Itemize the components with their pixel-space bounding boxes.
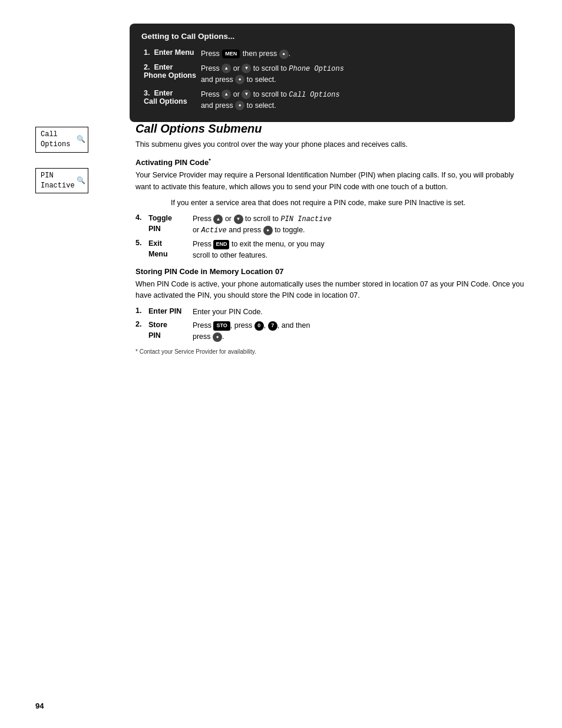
- pin-superscript: *: [209, 157, 211, 163]
- sidebar: Call Options 🔍 PIN Inactive 🔍: [35, 122, 130, 355]
- down-btn-icon: ▼: [242, 64, 251, 73]
- up-btn-icon: ▲: [222, 64, 231, 73]
- toggle-select-icon: ●: [263, 226, 273, 235]
- step-5-body: Press END to exit the menu, or you maysc…: [193, 239, 527, 261]
- page-number: 94: [35, 701, 44, 710]
- getting-to-title: Getting to Call Options...: [141, 32, 503, 41]
- step-4-row: 4. TogglePIN Press ▲ or ▼ to scroll to P…: [135, 213, 527, 236]
- screen-icon: 🔍: [77, 135, 85, 145]
- pin-line1: PIN: [41, 172, 54, 180]
- step-1-num: 1. Enter Menu: [141, 47, 199, 61]
- store-step-2-body: Press STO, press 0, 7, and thenpress ●.: [193, 320, 527, 342]
- table-row: 3. EnterCall Options Press ▲ or ▼ to scr…: [141, 87, 503, 113]
- step-2-label: EnterPhone Options: [144, 63, 196, 80]
- step-1-desc: Press MEN then press ●.: [199, 47, 503, 61]
- table-row: 2. EnterPhone Options Press ▲ or ▼ to sc…: [141, 61, 503, 87]
- storing-pin-body: When PIN Code is active, your phone auto…: [135, 279, 527, 302]
- table-row: 1. Enter Menu Press MEN then press ●.: [141, 47, 503, 61]
- phone-options-mono: Phone Options: [289, 65, 344, 73]
- step-4-body: Press ▲ or ▼ to scroll to PIN Inactiveor…: [193, 213, 527, 236]
- step-3-label: EnterCall Options: [144, 89, 187, 106]
- section-intro: This submenu gives you control over the …: [135, 139, 527, 150]
- active-mono: Active: [201, 226, 227, 235]
- pin-inactive-mono: PIN Inactive: [280, 215, 331, 223]
- screen-box-pin: PIN Inactive 🔍: [35, 168, 88, 194]
- page-content: Getting to Call Options... 1. Enter Menu…: [0, 0, 562, 728]
- main-area: Call Options 🔍 PIN Inactive 🔍 Call Optio…: [35, 122, 527, 355]
- pin-line2: Inactive: [41, 182, 75, 190]
- store-step-1-label: Enter PIN: [148, 307, 193, 317]
- up-btn-3-icon: ▲: [213, 215, 223, 224]
- activating-pin-body1: Your Service Provider may require a Pers…: [135, 170, 527, 193]
- store-step-2-num: 2.: [135, 320, 148, 328]
- step-3-num: 3. EnterCall Options: [141, 87, 199, 113]
- step-5-num: 5.: [135, 239, 148, 247]
- step-1-label: Enter Menu: [154, 48, 194, 57]
- sto-key-icon: STO: [213, 321, 230, 331]
- up-btn-2-icon: ▲: [222, 90, 231, 99]
- end-key-icon: END: [213, 240, 229, 249]
- screen-line1: Call: [41, 130, 58, 139]
- pin-screen-icon: 🔍: [77, 176, 85, 186]
- store-step-1-num: 1.: [135, 307, 148, 315]
- getting-to-box: Getting to Call Options... 1. Enter Menu…: [130, 24, 515, 122]
- seven-key-icon: 7: [268, 321, 277, 331]
- screen-line2: Options: [41, 140, 70, 149]
- section-title: Call Options Submenu: [135, 122, 527, 136]
- footnote: * Contact your Service Provider for avai…: [135, 348, 527, 355]
- menu-key-icon: MEN: [222, 50, 240, 59]
- store-step-2-label: StorePIN: [148, 320, 193, 341]
- zero-key-icon: 0: [254, 321, 264, 331]
- call-options-mono: Call Options: [289, 91, 339, 99]
- storing-pin-title: Storing PIN Code in Memory Location 07: [135, 267, 527, 276]
- store-step-2-row: 2. StorePIN Press STO, press 0, 7, and t…: [135, 320, 527, 342]
- select-btn-2-icon: ●: [235, 75, 244, 84]
- storing-pin-section: Storing PIN Code in Memory Location 07 W…: [135, 267, 527, 342]
- down-btn-3-icon: ▼: [234, 215, 243, 224]
- activating-pin-body2: If you enter a service area that does no…: [171, 197, 527, 209]
- step-2-desc: Press ▲ or ▼ to scroll to Phone Optionsa…: [199, 61, 503, 87]
- right-content: Call Options Submenu This submenu gives …: [130, 122, 527, 355]
- step-3-desc: Press ▲ or ▼ to scroll to Call Optionsan…: [199, 87, 503, 113]
- down-btn-2-icon: ▼: [242, 90, 251, 99]
- activating-pin-section: Activating PIN Code* Your Service Provid…: [135, 157, 527, 261]
- step-4-num: 4.: [135, 213, 148, 222]
- store-step-1-row: 1. Enter PIN Enter your PIN Code.: [135, 307, 527, 318]
- step-5-row: 5. ExitMenu Press END to exit the menu, …: [135, 239, 527, 261]
- step-2-num: 2. EnterPhone Options: [141, 61, 199, 87]
- store-step-1-body: Enter your PIN Code.: [193, 307, 527, 318]
- screen-box-call-options: Call Options 🔍: [35, 127, 88, 153]
- select-btn-icon: ●: [279, 50, 289, 59]
- final-select-icon: ●: [213, 332, 222, 342]
- select-btn-3-icon: ●: [235, 101, 244, 110]
- step-4-label: TogglePIN: [148, 213, 193, 234]
- getting-to-steps-table: 1. Enter Menu Press MEN then press ●. 2.…: [141, 47, 503, 113]
- activating-pin-title: Activating PIN Code*: [135, 157, 527, 167]
- step-5-label: ExitMenu: [148, 239, 193, 259]
